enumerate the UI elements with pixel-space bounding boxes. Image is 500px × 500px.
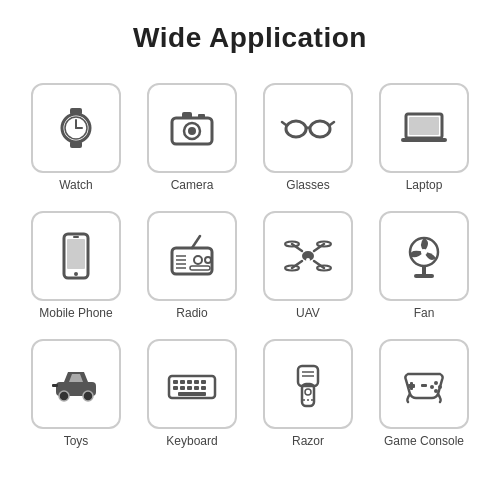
svg-point-27: [194, 256, 202, 264]
razor-label: Razor: [292, 434, 324, 448]
mobile-icon: [48, 228, 104, 284]
list-item: Laptop: [370, 72, 478, 192]
fan-label: Fan: [414, 306, 435, 320]
list-item: Radio: [138, 200, 246, 320]
svg-point-28: [205, 257, 211, 263]
svg-point-45: [59, 391, 69, 401]
svg-point-46: [83, 391, 93, 401]
svg-rect-49: [173, 380, 178, 384]
svg-rect-2: [70, 108, 82, 115]
svg-point-64: [305, 389, 311, 395]
list-item: Toys: [22, 328, 130, 448]
toys-icon: [48, 356, 104, 412]
razor-icon-box: [263, 339, 353, 429]
mobile-label: Mobile Phone: [39, 306, 112, 320]
glasses-icon-box: [263, 83, 353, 173]
svg-rect-16: [401, 138, 447, 142]
svg-point-67: [311, 399, 313, 401]
gamepad-label: Game Console: [384, 434, 464, 448]
svg-point-73: [434, 389, 438, 393]
uav-icon: [280, 228, 336, 284]
list-item: Mobile Phone: [22, 200, 130, 320]
keyboard-icon-box: [147, 339, 237, 429]
svg-rect-51: [187, 380, 192, 384]
laptop-icon: [396, 100, 452, 156]
toys-label: Toys: [64, 434, 89, 448]
list-item: Keyboard: [138, 328, 246, 448]
glasses-icon: [280, 100, 336, 156]
list-item: Game Console: [370, 328, 478, 448]
svg-point-39: [306, 258, 310, 262]
svg-rect-20: [73, 236, 79, 238]
svg-rect-56: [187, 386, 192, 390]
mobile-icon-box: [31, 211, 121, 301]
list-item: UAV: [254, 200, 362, 320]
svg-rect-18: [67, 239, 85, 269]
razor-icon: [280, 356, 336, 412]
uav-icon-box: [263, 211, 353, 301]
svg-rect-54: [173, 386, 178, 390]
list-item: Camera: [138, 72, 246, 192]
glasses-label: Glasses: [286, 178, 329, 192]
svg-rect-52: [194, 380, 199, 384]
list-item: Razor: [254, 328, 362, 448]
svg-point-8: [188, 127, 196, 135]
camera-icon: [164, 100, 220, 156]
watch-icon-box: [31, 83, 121, 173]
laptop-icon-box: [379, 83, 469, 173]
svg-point-43: [421, 249, 427, 255]
svg-rect-58: [201, 386, 206, 390]
toys-icon-box: [31, 339, 121, 429]
fan-icon: [396, 228, 452, 284]
svg-point-70: [434, 381, 438, 385]
app-grid: Watch Camera: [22, 72, 478, 448]
list-item: Fan: [370, 200, 478, 320]
watch-label: Watch: [59, 178, 93, 192]
radio-icon-box: [147, 211, 237, 301]
svg-point-10: [286, 121, 306, 137]
svg-rect-9: [198, 114, 205, 118]
svg-rect-47: [52, 384, 58, 387]
radio-label: Radio: [176, 306, 207, 320]
gamepad-icon-box: [379, 339, 469, 429]
camera-label: Camera: [171, 178, 214, 192]
watch-icon: [48, 100, 104, 156]
svg-rect-69: [408, 384, 415, 388]
svg-rect-3: [70, 141, 82, 148]
gamepad-icon: [396, 356, 452, 412]
svg-point-65: [303, 399, 305, 401]
page-title: Wide Application: [133, 22, 367, 54]
svg-rect-57: [194, 386, 199, 390]
svg-rect-41: [414, 274, 434, 278]
svg-point-72: [438, 385, 442, 389]
svg-point-19: [74, 272, 78, 276]
radio-icon: [164, 228, 220, 284]
svg-rect-55: [180, 386, 185, 390]
svg-rect-53: [201, 380, 206, 384]
svg-point-71: [430, 385, 434, 389]
camera-icon-box: [147, 83, 237, 173]
svg-line-12: [282, 122, 286, 125]
keyboard-label: Keyboard: [166, 434, 217, 448]
keyboard-icon: [164, 356, 220, 412]
svg-line-13: [330, 122, 334, 125]
svg-rect-59: [178, 392, 206, 396]
list-item: Glasses: [254, 72, 362, 192]
svg-line-21: [192, 236, 200, 248]
svg-rect-74: [421, 384, 427, 387]
laptop-label: Laptop: [406, 178, 443, 192]
svg-rect-50: [180, 380, 185, 384]
fan-icon-box: [379, 211, 469, 301]
list-item: Watch: [22, 72, 130, 192]
svg-point-66: [307, 399, 309, 401]
svg-rect-29: [190, 266, 210, 270]
svg-rect-15: [409, 117, 439, 135]
uav-label: UAV: [296, 306, 320, 320]
svg-point-11: [310, 121, 330, 137]
